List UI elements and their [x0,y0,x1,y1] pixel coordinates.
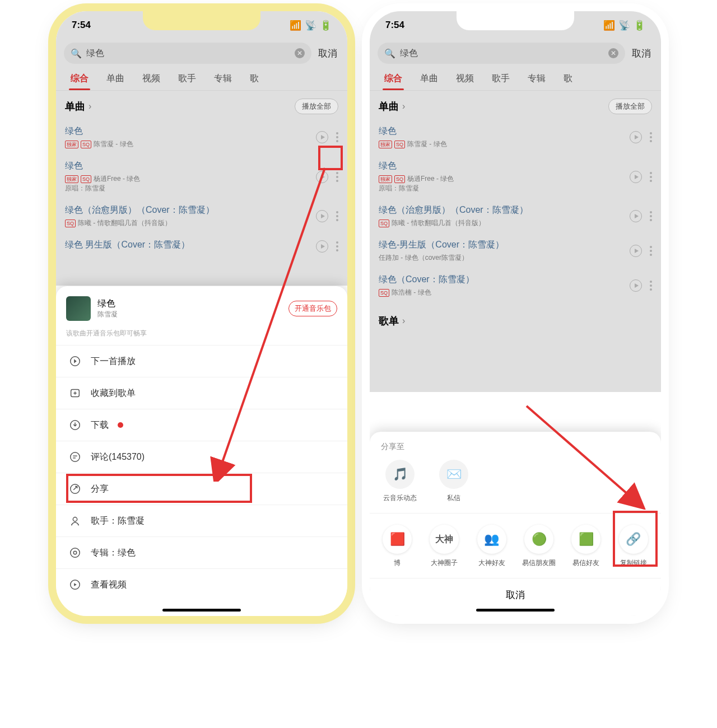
more-icon[interactable] [650,246,652,256]
section-head-songs[interactable]: 单曲 › 播放全部 [56,91,347,120]
search-cancel[interactable]: 取消 [316,47,339,60]
more-icon[interactable] [336,172,338,182]
screen-left: 7:54 📶 📡 🔋 🔍 绿色 ✕ 取消 综合 单曲 视频 歌手 [56,11,347,616]
more-icon[interactable] [650,172,652,182]
tab-artist[interactable]: 歌手 [483,67,519,90]
chevron-right-icon: › [402,316,405,326]
share-label: 易信朋友圈 [522,558,556,568]
add-playlist-icon [68,386,82,400]
badge: SQ [394,141,405,148]
more-icon[interactable] [650,211,652,221]
clear-icon[interactable]: ✕ [608,48,618,58]
tab-overview[interactable]: 综合 [62,67,97,90]
share-option[interactable]: ✉️ 私信 [435,460,473,503]
more-icon[interactable] [650,132,652,142]
share-option[interactable]: 👥 大神好友 [471,525,513,568]
play-icon[interactable] [316,210,328,222]
song-row[interactable]: 绿色 独家SQ 杨逍Free - 绿色 原唱：陈雪凝 [56,155,347,199]
svg-point-3 [71,452,80,462]
badge: SQ [394,175,405,183]
play-icon[interactable] [316,131,328,143]
home-indicator[interactable] [476,609,555,612]
menu-add-playlist[interactable]: 收藏到歌单 [56,377,347,409]
share-icon: 大神 [430,525,459,554]
play-icon[interactable] [630,131,642,143]
song-row[interactable]: 绿色 独家SQ 杨逍Free - 绿色 原唱：陈雪凝 [370,155,661,199]
more-icon[interactable] [650,281,652,291]
song-title: 绿色 [379,160,630,172]
play-icon[interactable] [630,210,642,222]
play-all-button[interactable]: 播放全部 [608,99,652,114]
song-extra: 原唱：陈雪凝 [379,184,630,193]
menu-video[interactable]: 查看视频 [56,568,347,600]
share-row-external: 🟥 博 大神 大神圈子 👥 大神好友 🟢 易信朋友圈 🟩 易信好友 🔗 复制链接 [370,514,661,573]
tab-song[interactable]: 单曲 [411,67,447,90]
menu-album[interactable]: 专辑：绿色 [56,536,347,568]
tab-album[interactable]: 专辑 [519,67,555,90]
svg-point-6 [71,548,80,558]
clear-icon[interactable]: ✕ [295,48,305,58]
menu-artist[interactable]: 歌手：陈雪凝 [56,505,347,536]
vip-pill[interactable]: 开通音乐包 [288,301,337,316]
play-all-button[interactable]: 播放全部 [295,99,338,114]
section-head-songs[interactable]: 单曲 › 播放全部 [370,91,661,120]
badge: SQ [379,289,389,297]
status-icons: 📶 📡 🔋 [603,20,645,31]
play-icon[interactable] [630,279,642,292]
menu-label: 下载 [91,419,109,431]
share-label: 大神好友 [478,558,505,568]
play-icon[interactable] [316,171,328,183]
share-label: 云音乐动态 [383,493,417,503]
menu-share[interactable]: 分享 [56,473,347,505]
share-option[interactable]: 大神 大神圈子 [423,525,465,568]
section-head-playlist[interactable]: 歌单 › [370,303,661,333]
badge: SQ [81,141,91,148]
home-indicator[interactable] [162,609,241,612]
more-icon[interactable] [336,241,338,251]
song-row[interactable]: 绿色 独家SQ 陈雪凝 - 绿色 [56,120,347,155]
song-row[interactable]: 绿色（治愈男版）（Cover：陈雪凝） SQ 陈曦 - 情歌翻唱几首（抖音版） [370,199,661,234]
song-row[interactable]: 绿色（Cover：陈雪凝） SQ 陈浩楠 - 绿色 [370,268,661,303]
share-option-copy-link[interactable]: 🔗 复制链接 [613,525,654,568]
share-option[interactable]: 🟩 易信好友 [565,525,607,568]
share-title: 分享至 [370,442,661,460]
share-label: 博 [394,558,401,568]
tab-video[interactable]: 视频 [133,67,169,90]
phone-right: 7:54 📶 📡 🔋 🔍 绿色 ✕ 取消 综合 单曲 视频 歌手 [370,11,661,616]
menu-download[interactable]: 下载 [56,409,347,441]
tab-video[interactable]: 视频 [447,67,483,90]
notch [457,11,574,30]
tab-artist[interactable]: 歌手 [169,67,205,90]
tab-more[interactable]: 歌 [241,67,268,90]
tab-album[interactable]: 专辑 [205,67,241,90]
song-row[interactable]: 绿色-男生版（Cover：陈雪凝） 任路加 - 绿色（cover陈雪凝） [370,234,661,268]
play-icon[interactable] [316,240,328,253]
more-icon[interactable] [336,132,338,142]
more-icon[interactable] [336,211,338,221]
song-title: 绿色（治愈男版）（Cover：陈雪凝） [65,204,316,216]
status-time: 7:54 [385,20,404,31]
share-icon: ✉️ [439,460,468,489]
phone-left: 7:54 📶 📡 🔋 🔍 绿色 ✕ 取消 综合 单曲 视频 歌手 [56,11,347,616]
share-option[interactable]: 🟢 易信朋友圈 [518,525,560,568]
song-title: 绿色 男生版（Cover：陈雪凝） [65,239,316,251]
search-input[interactable]: 🔍 绿色 ✕ [378,43,625,64]
tab-more[interactable]: 歌 [555,67,581,90]
song-row[interactable]: 绿色 男生版（Cover：陈雪凝） [56,234,347,259]
search-cancel[interactable]: 取消 [630,47,653,60]
song-row[interactable]: 绿色（治愈男版）（Cover：陈雪凝） SQ 陈曦 - 情歌翻唱几首（抖音版） [56,199,347,234]
tab-song[interactable]: 单曲 [97,67,133,90]
section-title: 单曲 [65,100,85,113]
menu-play-next[interactable]: 下一首播放 [56,345,347,377]
search-input[interactable]: 🔍 绿色 ✕ [64,43,311,64]
signal-icon: 📶 [290,20,301,31]
share-option[interactable]: 🎵 云音乐动态 [381,460,419,503]
play-icon[interactable] [630,245,642,257]
album-cover[interactable] [66,296,91,321]
tab-overview[interactable]: 综合 [375,67,411,90]
share-option[interactable]: 🟥 博 [376,525,418,568]
menu-comment[interactable]: 评论(145370) [56,441,347,473]
song-row[interactable]: 绿色 独家SQ 陈雪凝 - 绿色 [370,120,661,155]
battery-icon: 🔋 [634,20,645,31]
play-icon[interactable] [630,171,642,183]
